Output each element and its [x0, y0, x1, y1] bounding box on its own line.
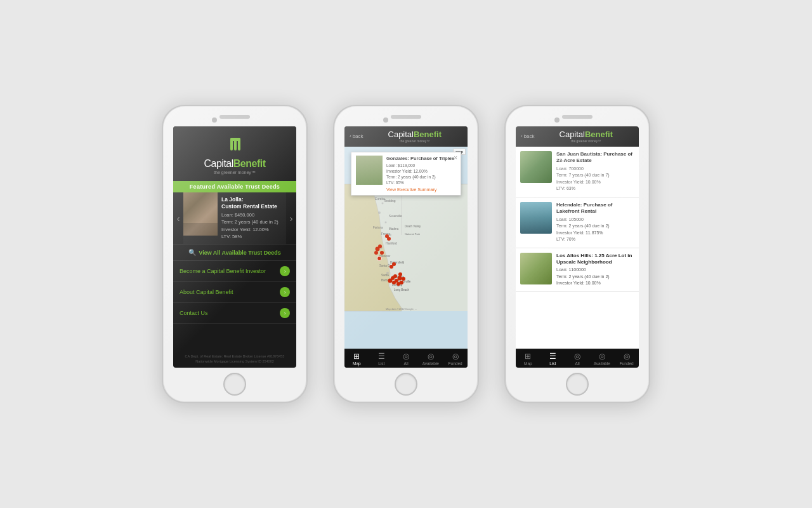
- tab-available[interactable]: ◎ Available: [418, 352, 443, 366]
- available-tab-icon: ◎: [428, 352, 434, 361]
- listing-row-1[interactable]: San Juan Bautista: Purchase of 23-Acre E…: [516, 147, 639, 197]
- phone3-all-tab-icon: ◎: [574, 352, 580, 361]
- listing-loan-1: Loan: 700000: [556, 166, 634, 173]
- phone3-funded-tab-icon: ◎: [624, 352, 630, 361]
- view-all-button[interactable]: 🔍 View All Available Trust Deeds: [173, 244, 296, 261]
- phone1-footer: CA Dept. of Real Estate: Real Estate Bro…: [173, 350, 296, 368]
- phone-3-camera: [554, 117, 560, 123]
- popup-title: Gonzales: Purchase of Triplex: [386, 156, 456, 161]
- listing-ltv-2: LTV: 70%: [556, 236, 634, 243]
- svg-text:Madera: Madera: [389, 227, 399, 231]
- listing-prev-arrow[interactable]: ‹: [173, 192, 183, 244]
- menu-item-investor[interactable]: Become a Capital Benefit Investor ›: [173, 261, 296, 282]
- phone3-bottom-tabs: ⊞ Map ☰ List ◎ All ◎ Available: [516, 349, 639, 368]
- phone-1-camera: [212, 117, 217, 123]
- featured-banner: Featured Available Trust Deeds: [173, 181, 296, 192]
- all-tab-label: All: [403, 361, 408, 366]
- phone-1-home-button[interactable]: [223, 373, 246, 396]
- all-tab-icon: ◎: [403, 352, 409, 361]
- tab-all[interactable]: ◎ All: [394, 352, 419, 366]
- phone-3-home-button[interactable]: [566, 373, 589, 396]
- phone-3-speaker: [562, 115, 593, 119]
- svg-point-47: [398, 276, 402, 281]
- listing-term-1: Term: 7 years (40 due in 7): [556, 172, 634, 179]
- popup-ltv: LTV: 65%: [386, 180, 456, 185]
- phone3-back-button[interactable]: ‹ back: [521, 133, 535, 139]
- listing-info-1: San Juan Bautista: Purchase of 23-Acre E…: [556, 151, 634, 192]
- phone2-bottom-tabs: ⊞ Map ☰ List ◎ All ◎ Available: [344, 349, 468, 368]
- phone2-logo: Capital Benefit the greener money™: [388, 130, 442, 143]
- map-view[interactable]: Gonzales: Purchase of Triplex Loan: $119…: [344, 147, 468, 349]
- svg-point-37: [378, 244, 382, 248]
- phone3-tab-funded[interactable]: ◎ Funded: [614, 352, 639, 366]
- svg-text:Fortuna: Fortuna: [373, 226, 383, 229]
- svg-point-54: [380, 251, 384, 255]
- map-tab-icon: ⊞: [353, 352, 360, 361]
- tab-map[interactable]: ⊞ Map: [344, 352, 369, 366]
- svg-text:Santa: Santa: [381, 274, 389, 277]
- phone-1: Capital Benefit the greener money™ Featu…: [162, 105, 308, 403]
- phone1-logo: Capital Benefit: [204, 158, 265, 170]
- listing-next-arrow[interactable]: ›: [286, 192, 296, 244]
- list-tab-label: List: [378, 361, 384, 366]
- popup-term: Term: 2 years (40 due in 2): [386, 174, 456, 180]
- phone3-list-tab-icon: ☰: [549, 352, 556, 361]
- phone-3: ‹ back Capital Benefit the greener money…: [504, 105, 650, 403]
- menu-item-about[interactable]: About Capital Benefit ›: [173, 282, 296, 303]
- popup-yield: Investor Yield: 12.00%: [386, 168, 456, 174]
- logo-benefit: Benefit: [233, 158, 266, 170]
- svg-point-12: [385, 222, 387, 224]
- menu-item-contact[interactable]: Contact Us ›: [173, 303, 296, 324]
- phone3-funded-tab-label: Funded: [620, 361, 634, 366]
- menu-arrow-investor: ›: [280, 266, 290, 276]
- phone3-logo: Capital Benefit the greener money™: [560, 130, 613, 143]
- listing-row-3[interactable]: Los Altos Hills: 1.25 Acre Lot in Upscal…: [516, 248, 639, 292]
- scene: Capital Benefit the greener money™ Featu…: [143, 86, 669, 422]
- phone2-header: ‹ back Capital Benefit the greener money…: [344, 126, 468, 147]
- popup-thumbnail: [356, 156, 383, 185]
- phone3-tab-all[interactable]: ◎ All: [565, 352, 590, 366]
- svg-point-53: [377, 257, 382, 261]
- phone3-header: ‹ back Capital Benefit the greener money…: [516, 126, 639, 147]
- phone3-map-tab-label: Map: [524, 361, 532, 366]
- back-button[interactable]: ‹ back: [350, 133, 363, 139]
- listing-loan-2: Loan: 105000: [556, 217, 634, 224]
- phone3-back-label: back: [524, 133, 535, 139]
- listing-row-2[interactable]: Helendale: Purchase of Lakefront Rental …: [516, 197, 639, 248]
- listing-thumbnail: [183, 192, 218, 236]
- phone3-map-tab-icon: ⊞: [525, 352, 531, 361]
- svg-point-48: [400, 281, 403, 284]
- listing-title-1: San Juan Bautista: Purchase of 23-Acre E…: [556, 151, 634, 164]
- back-label: back: [353, 133, 363, 139]
- phone-1-speaker: [219, 115, 250, 119]
- phone3-tab-available[interactable]: ◎ Available: [589, 352, 614, 366]
- phone-1-screen: Capital Benefit the greener money™ Featu…: [173, 126, 296, 368]
- svg-text:National Park: National Park: [405, 232, 420, 236]
- listing-info: La Jolla: Custom Rental Estate Loan: $45…: [218, 192, 286, 244]
- listing-info-3: Los Altos Hills: 1.25 Acre Lot in Upscal…: [556, 253, 634, 287]
- phone3-tab-map[interactable]: ⊞ Map: [516, 352, 540, 366]
- phone3-available-tab-icon: ◎: [599, 352, 605, 361]
- popup-close-button[interactable]: ×: [454, 154, 457, 161]
- listing-yield-1: Investor Yield: 10.00%: [556, 179, 634, 186]
- listing-thumb-2: [520, 202, 552, 234]
- phone1-header: Capital Benefit the greener money™: [173, 126, 296, 181]
- listing-term-2: Term: 2 years (40 due in 2): [556, 223, 634, 230]
- svg-point-10: [378, 211, 381, 214]
- phone-2-home-button[interactable]: [395, 373, 417, 396]
- popup-link[interactable]: View Executive Summary: [386, 187, 456, 192]
- popup-loan: Loan: $119,000: [386, 163, 456, 168]
- tab-funded[interactable]: ◎ Funded: [443, 352, 468, 366]
- listing-location: La Jolla: Custom Rental Estate: [221, 196, 282, 210]
- map-tab-label: Map: [353, 361, 361, 366]
- svg-point-40: [387, 237, 391, 241]
- funded-tab-icon: ◎: [452, 352, 459, 361]
- svg-text:Long Beach: Long Beach: [394, 288, 410, 291]
- listing-thumb-3: [520, 253, 552, 284]
- tab-list[interactable]: ☰ List: [369, 352, 394, 366]
- phone-2-camera: [383, 117, 388, 123]
- phone3-tab-list[interactable]: ☰ List: [540, 352, 565, 366]
- list-tab-icon: ☰: [378, 352, 385, 361]
- map-popup: Gonzales: Purchase of Triplex Loan: $119…: [351, 152, 461, 196]
- menu-arrow-contact: ›: [280, 308, 290, 318]
